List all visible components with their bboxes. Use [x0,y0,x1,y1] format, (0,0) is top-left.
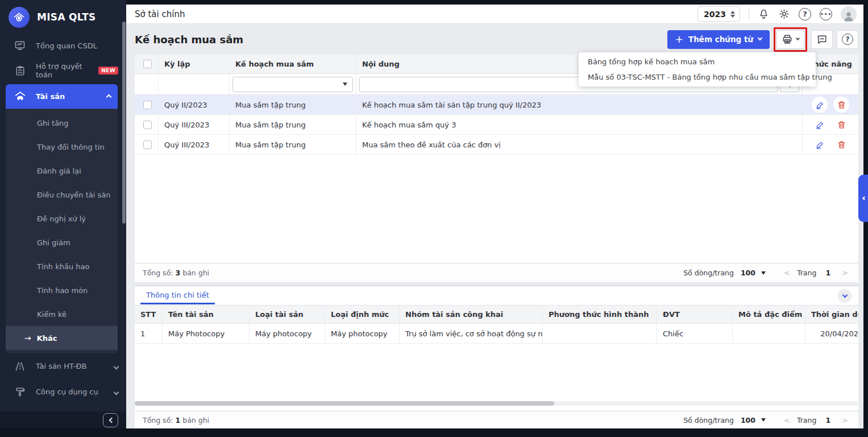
submenu-item-khac[interactable]: → Khác [6,326,118,350]
app-title: MISA QLTS [37,11,96,23]
current-page[interactable]: 1 [821,416,835,424]
submenu-item-ghi-tang[interactable]: Ghi tăng [6,111,118,135]
caret-down-icon [761,271,766,275]
submenu-item-de-nghi-xu-ly[interactable]: Đề nghị xử lý [6,207,118,230]
scrollbar-thumb[interactable] [135,401,554,406]
submenu-item-thay-doi-thong-tin[interactable]: Thay đổi thông tin [6,135,118,159]
settings-gear-icon[interactable] [778,8,790,20]
total-label: Tổng số: [143,416,173,424]
sidebar-item-overview[interactable]: Tổng quan CSDL [0,33,126,58]
notification-bell-icon[interactable] [758,8,770,20]
cell-expected-time: 20/04/202 [805,324,858,343]
caret-down-icon [761,418,766,422]
print-dropdown-menu: Bảng tổng hợp kế hoạch mua sắm Mẫu số 03… [579,52,816,86]
sidebar-item-label: Tài sản [36,92,65,101]
tab-detail-info[interactable]: Thông tin chi tiết [140,287,215,304]
cell-public-group: Trụ sở làm việc, cơ sở hoạt động sự ngh.… [400,324,543,343]
collapse-panel-button[interactable] [838,289,852,303]
next-page-button[interactable]: > [840,416,850,424]
cell-norm-type: Máy photocopy [325,324,400,343]
table-row[interactable]: Quý II/2023 Mua sắm tập trung Kế hoạch m… [135,95,858,115]
pencil-icon [815,100,825,110]
next-page-button[interactable]: > [840,269,850,277]
table-row[interactable]: Quý III/2023 Mua sắm tập trung Mua sắm t… [135,135,858,155]
question-icon: ? [842,34,853,45]
cell-content: Mua sắm theo đề xuất của các đơn vị [356,135,803,154]
sidebar-item-label: Hỗ trợ quyết toán [36,62,85,79]
submenu-item-tinh-hao-mon[interactable]: Tính hao mòn [6,278,118,302]
help-icon[interactable]: ? [799,8,811,20]
column-header-formation-method: Phương thức hình thành [543,306,657,323]
edit-button[interactable] [812,137,828,152]
delete-button[interactable] [833,117,849,133]
plus-icon: + [675,35,683,44]
detail-table-header: STT Tên tài sản Loại tài sản Loại định m… [135,305,858,324]
rows-per-page-select[interactable]: 100 [738,416,766,424]
prev-page-button[interactable]: < [782,416,792,424]
arrow-right-icon: → [24,333,31,343]
column-header-plan[interactable]: Kế hoạch mua sắm [230,55,356,73]
empty-space [135,155,858,263]
sidebar-item-tools[interactable]: Công cụ dụng cụ [0,379,126,405]
app-logo[interactable]: MISA QLTS [0,0,126,33]
help-button[interactable]: ? [837,30,858,49]
sidebar-item-assets[interactable]: Tài sản [6,84,118,109]
year-spinner-icon[interactable] [730,11,735,18]
clipboard-icon [14,65,26,76]
delete-button[interactable] [833,97,849,113]
page-header: Kế hoạch mua sắm + Thêm chứng từ [126,24,863,55]
select-all-checkbox[interactable] [143,60,152,68]
sidebar-collapse-button[interactable] [103,413,118,427]
cell-description [733,324,805,343]
new-badge: NEW [98,67,118,75]
submenu-item-tinh-khau-hao[interactable]: Tính khấu hao [6,254,118,278]
submenu-item-dieu-chuyen-tai-san[interactable]: Điều chuyển tài sản [6,183,118,207]
total-count: 1 [176,416,181,424]
rows-per-page-label: Số dòng/trang [683,416,734,424]
menu-item-form-03-tsc-mstt[interactable]: Mẫu số 03-TSC-MSTT - Bảng tổng hợp nhu c… [579,69,816,85]
divider [749,9,749,20]
rows-per-page-select[interactable]: 100 [738,269,766,277]
sidebar-item-label: Công cụ dụng cụ [36,387,98,396]
plan-filter-select[interactable] [232,77,353,92]
column-header-expected-time: Thời gian dự k [805,306,858,323]
cell-period: Quý III/2023 [159,135,230,154]
cell-plan: Mua sắm tập trung [230,115,356,134]
submenu-item-kiem-ke[interactable]: Kiểm kê [6,302,118,326]
plan-footer: Tổng số: 3 bản ghi Số dòng/trang 100 < T… [135,263,858,282]
prev-page-button[interactable]: < [782,269,792,277]
horizontal-scrollbar[interactable] [135,401,858,406]
assets-submenu: Ghi tăng Thay đổi thông tin Đánh giá lại… [6,109,118,353]
sidebar-item-settlement[interactable]: Hỗ trợ quyết toán NEW [0,58,126,83]
submenu-item-danh-gia-lai[interactable]: Đánh giá lại [6,159,118,183]
user-avatar[interactable] [841,6,857,22]
feedback-chat-button[interactable] [811,30,833,49]
row-checkbox[interactable] [143,121,152,129]
more-options-icon[interactable]: ••• [820,8,832,20]
current-page[interactable]: 1 [821,269,835,277]
detail-table-row[interactable]: 1 Máy Photocopy Máy photocopy Máy photoc… [135,324,858,344]
print-button[interactable] [776,30,804,49]
chevron-down-icon [796,36,800,40]
submenu-item-ghi-giam[interactable]: Ghi giảm [6,230,118,254]
expand-side-panel-button[interactable] [858,175,868,222]
table-row[interactable]: Quý III/2023 Mua sắm tập trung Kế hoạch … [135,115,858,135]
edit-button[interactable] [812,97,828,113]
sidebar-footer [0,411,126,428]
edit-button[interactable] [812,117,828,133]
add-document-button[interactable]: + Thêm chứng từ [667,30,770,49]
row-checkbox[interactable] [143,141,152,149]
road-icon [14,361,26,372]
cell-asset-name: Máy Photocopy [163,324,250,343]
year-selector[interactable]: 2023 [697,6,740,22]
chevron-down-icon [758,36,762,40]
row-checkbox[interactable] [143,101,152,109]
sidebar-item-assets-htdb[interactable]: Tài sản HT-ĐB [0,353,126,379]
chevron-down-icon [114,387,118,396]
column-header-asset-name: Tên tài sản [163,306,250,323]
column-header-period[interactable]: Kỳ lập [159,55,230,73]
sidebar-scrollbar[interactable] [122,22,126,224]
menu-item-summary-report[interactable]: Bảng tổng hợp kế hoạch mua sắm [579,54,816,69]
delete-button[interactable] [833,137,849,152]
app-window: MISA QLTS Tổng quan CSDL Hỗ trợ quyết to… [0,0,868,437]
